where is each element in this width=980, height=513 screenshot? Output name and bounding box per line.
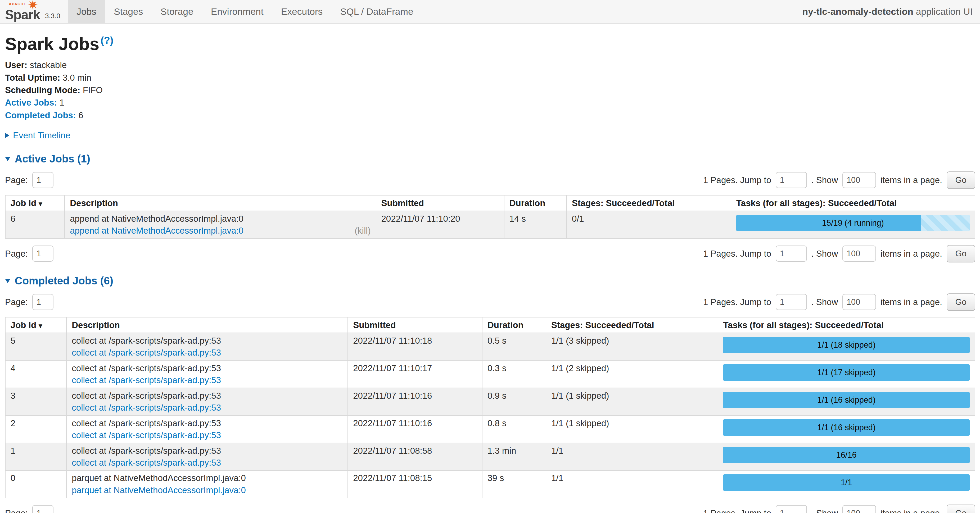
cell-duration: 14 s [504,211,566,238]
job-detail-link[interactable]: append at NativeMethodAccessorImpl.java:… [70,226,243,236]
help-link[interactable]: (?) [100,35,113,46]
cell-duration: 0.9 s [482,388,546,415]
pages-text: 1 Pages. Jump to [703,297,771,307]
col-description[interactable]: Description [65,195,376,211]
items-per-page-input[interactable] [842,246,876,262]
cell-stages: 1/1 [546,470,718,498]
page-label: Page: [5,508,28,513]
col-description[interactable]: Description [67,317,348,333]
job-detail-link[interactable]: collect at /spark-scripts/spark-ad.py:53 [72,458,221,468]
nav-tab-storage[interactable]: Storage [152,0,202,23]
summary-completed-jobs: Completed Jobs: 6 [5,110,975,121]
col-job-id[interactable]: Job Id ▾ [5,317,67,333]
cell-tasks: 1/1 (16 skipped) [718,388,975,415]
tasks-progress-bar: 1/1 [723,474,969,491]
col-submitted[interactable]: Submitted [348,317,482,333]
nav-tab-stages[interactable]: Stages [105,0,152,23]
cell-stages: 1/1 (1 skipped) [546,388,718,415]
nav-tab-sql-dataframe[interactable]: SQL / DataFrame [331,0,422,23]
jump-to-input[interactable] [776,246,807,262]
section-completed-jobs-title: Completed Jobs (6) [14,275,113,287]
items-per-page-input[interactable] [842,172,876,188]
tasks-progress-bar: 1/1 (18 skipped) [723,337,969,353]
go-button[interactable]: Go [947,172,975,189]
go-button[interactable]: Go [947,505,975,513]
active-jobs-link[interactable]: Active Jobs: [5,98,57,107]
cell-submitted: 2022/11/07 11:08:58 [348,443,482,470]
items-per-page-input[interactable] [842,294,876,310]
cell-description: append at NativeMethodAccessorImpl.java:… [65,211,376,238]
cell-job-id: 5 [5,333,67,361]
cell-job-id: 0 [5,470,67,498]
col-stages[interactable]: Stages: Succeeded/Total [566,195,731,211]
summary-user-value: stackable [30,60,67,70]
cell-duration: 0.8 s [482,415,546,443]
summary-completed-value: 6 [78,110,83,120]
show-text: . Show [811,508,838,513]
application-name-text: ny-tlc-anomaly-detection [802,6,913,17]
go-button[interactable]: Go [947,245,975,262]
col-duration[interactable]: Duration [504,195,566,211]
col-job-id[interactable]: Job Id ▾ [5,195,65,211]
spark-logo[interactable]: APACHE Spark [4,0,44,23]
job-description-text: collect at /spark-scripts/spark-ad.py:53 [72,363,342,373]
cell-submitted: 2022/11/07 11:10:20 [376,211,504,238]
cell-submitted: 2022/11/07 11:10:17 [348,361,482,388]
col-submitted[interactable]: Submitted [376,195,504,211]
job-detail-link[interactable]: collect at /spark-scripts/spark-ad.py:53 [72,375,221,385]
completed-jobs-link[interactable]: Completed Jobs: [5,110,76,120]
job-detail-link[interactable]: collect at /spark-scripts/spark-ad.py:53 [72,348,221,358]
cell-description: collect at /spark-scripts/spark-ad.py:53… [67,333,348,361]
cell-tasks: 1/1 (16 skipped) [718,415,975,443]
progress-label: 1/1 (16 skipped) [723,419,969,435]
summary-scheduling-value: FIFO [83,85,103,95]
cell-tasks: 1/1 [718,470,975,498]
tasks-progress-bar: 1/1 (16 skipped) [723,419,969,435]
summary-active-jobs: Active Jobs: 1 [5,98,975,108]
nav-tab-jobs[interactable]: Jobs [68,0,105,23]
nav-tab-environment[interactable]: Environment [202,0,272,23]
kill-link[interactable]: (kill) [355,226,371,236]
cell-tasks: 16/16 [718,443,975,470]
cell-description: collect at /spark-scripts/spark-ad.py:53… [67,361,348,388]
jump-to-input[interactable] [776,505,807,513]
application-ui-suffix: application UI [916,6,973,17]
progress-label: 1/1 (16 skipped) [723,392,969,408]
go-button[interactable]: Go [947,294,975,311]
nav-tab-executors[interactable]: Executors [272,0,332,23]
items-per-page-input[interactable] [842,505,876,513]
navbar: APACHE Spark 3.3.0 Jobs Stages Storage E… [0,0,980,24]
summary-scheduling-label: Scheduling Mode: [5,85,80,95]
job-description-text: collect at /spark-scripts/spark-ad.py:53 [72,391,342,401]
job-detail-link[interactable]: collect at /spark-scripts/spark-ad.py:53 [72,403,221,413]
cell-description: collect at /spark-scripts/spark-ad.py:53… [67,388,348,415]
page-title-text: Spark Jobs [5,34,100,54]
tasks-progress-bar: 16/16 [723,447,969,463]
sort-desc-icon: ▾ [39,322,42,330]
cell-stages: 1/1 (2 skipped) [546,361,718,388]
cell-job-id: 6 [5,211,65,238]
page-number-input[interactable] [32,294,54,310]
show-text: . Show [811,249,838,259]
section-active-jobs[interactable]: Active Jobs (1) [5,153,90,165]
section-completed-jobs[interactable]: Completed Jobs (6) [5,275,113,287]
cell-stages: 1/1 (3 skipped) [546,333,718,361]
job-detail-link[interactable]: parquet at NativeMethodAccessorImpl.java… [72,485,246,495]
col-duration[interactable]: Duration [482,317,546,333]
page-number-input[interactable] [32,505,54,513]
cell-job-id: 1 [5,443,67,470]
page-number-input[interactable] [32,246,54,262]
col-stages[interactable]: Stages: Succeeded/Total [546,317,718,333]
items-text: items in a page. [880,249,942,259]
col-tasks[interactable]: Tasks (for all stages): Succeeded/Total [718,317,975,333]
col-tasks[interactable]: Tasks (for all stages): Succeeded/Total [731,195,975,211]
jump-to-input[interactable] [776,294,807,310]
tasks-progress-bar: 1/1 (16 skipped) [723,392,969,408]
active-jobs-table: Job Id ▾ Description Submitted Duration … [5,195,975,239]
job-detail-link[interactable]: collect at /spark-scripts/spark-ad.py:53 [72,430,221,440]
jump-to-input[interactable] [776,172,807,188]
page-number-input[interactable] [32,172,54,188]
nav-tabs: Jobs Stages Storage Environment Executor… [68,0,422,23]
event-timeline-toggle[interactable]: Event Timeline [5,130,70,140]
cell-tasks: 1/1 (18 skipped) [718,333,975,361]
